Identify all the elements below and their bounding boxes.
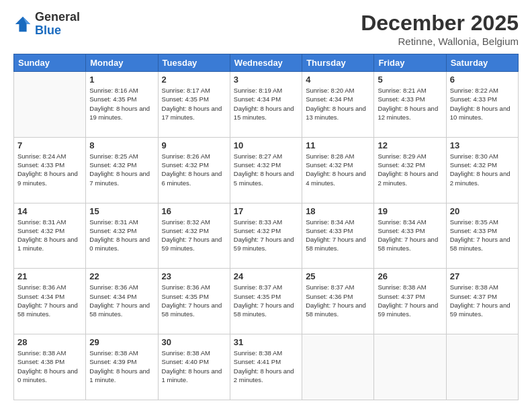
- day-number: 8: [89, 140, 154, 150]
- week-row-2: 14Sunrise: 8:31 AM Sunset: 4:32 PM Dayli…: [14, 203, 519, 269]
- calendar-cell: 5Sunrise: 8:21 AM Sunset: 4:33 PM Daylig…: [374, 72, 446, 138]
- calendar-cell: 16Sunrise: 8:32 AM Sunset: 4:32 PM Dayli…: [158, 203, 230, 269]
- day-info: Sunrise: 8:33 AM Sunset: 4:32 PM Dayligh…: [234, 218, 298, 253]
- day-number: 25: [306, 271, 370, 281]
- header: General Blue December 2025 Retinne, Wall…: [13, 11, 519, 47]
- calendar-cell: 9Sunrise: 8:26 AM Sunset: 4:32 PM Daylig…: [158, 137, 230, 203]
- calendar-cell: 13Sunrise: 8:30 AM Sunset: 4:32 PM Dayli…: [446, 137, 518, 203]
- calendar-cell: 2Sunrise: 8:17 AM Sunset: 4:35 PM Daylig…: [158, 72, 230, 138]
- calendar-cell: 19Sunrise: 8:34 AM Sunset: 4:33 PM Dayli…: [374, 203, 446, 269]
- day-info: Sunrise: 8:21 AM Sunset: 4:33 PM Dayligh…: [378, 86, 442, 122]
- logo-general: General: [35, 11, 80, 24]
- day-number: 12: [378, 140, 442, 150]
- calendar-header: SundayMondayTuesdayWednesdayThursdayFrid…: [14, 54, 519, 72]
- day-info: Sunrise: 8:35 AM Sunset: 4:33 PM Dayligh…: [450, 218, 515, 253]
- day-number: 22: [89, 271, 154, 281]
- page: General Blue December 2025 Retinne, Wall…: [0, 0, 532, 411]
- day-info: Sunrise: 8:16 AM Sunset: 4:35 PM Dayligh…: [89, 86, 154, 122]
- day-number: 9: [162, 140, 226, 150]
- weekday-header-monday: Monday: [86, 54, 158, 72]
- day-number: 1: [89, 75, 154, 85]
- day-number: 5: [378, 75, 442, 85]
- calendar-cell: [374, 334, 446, 400]
- day-info: Sunrise: 8:37 AM Sunset: 4:36 PM Dayligh…: [306, 283, 370, 318]
- weekday-header-sunday: Sunday: [14, 54, 86, 72]
- weekday-header-saturday: Saturday: [446, 54, 518, 72]
- calendar-cell: 21Sunrise: 8:36 AM Sunset: 4:34 PM Dayli…: [14, 269, 86, 334]
- day-info: Sunrise: 8:36 AM Sunset: 4:34 PM Dayligh…: [17, 283, 82, 318]
- calendar-cell: 18Sunrise: 8:34 AM Sunset: 4:33 PM Dayli…: [302, 203, 374, 269]
- day-info: Sunrise: 8:28 AM Sunset: 4:32 PM Dayligh…: [306, 152, 370, 187]
- day-info: Sunrise: 8:38 AM Sunset: 4:37 PM Dayligh…: [378, 283, 442, 318]
- day-number: 3: [234, 75, 298, 85]
- calendar-cell: [14, 72, 86, 138]
- day-number: 13: [450, 140, 515, 150]
- logo-text: General Blue: [35, 11, 80, 38]
- calendar-cell: 3Sunrise: 8:19 AM Sunset: 4:34 PM Daylig…: [230, 72, 302, 138]
- day-number: 30: [162, 337, 226, 347]
- day-info: Sunrise: 8:32 AM Sunset: 4:32 PM Dayligh…: [162, 218, 226, 253]
- calendar-cell: 17Sunrise: 8:33 AM Sunset: 4:32 PM Dayli…: [230, 203, 302, 269]
- day-number: 28: [17, 337, 82, 347]
- calendar-cell: 28Sunrise: 8:38 AM Sunset: 4:38 PM Dayli…: [14, 334, 86, 400]
- day-number: 21: [17, 271, 82, 281]
- day-number: 10: [234, 140, 298, 150]
- day-info: Sunrise: 8:26 AM Sunset: 4:32 PM Dayligh…: [162, 152, 226, 187]
- logo-icon: [13, 15, 32, 34]
- day-info: Sunrise: 8:38 AM Sunset: 4:37 PM Dayligh…: [450, 283, 515, 318]
- calendar-cell: 10Sunrise: 8:27 AM Sunset: 4:32 PM Dayli…: [230, 137, 302, 203]
- day-number: 18: [306, 206, 370, 216]
- day-info: Sunrise: 8:38 AM Sunset: 4:41 PM Dayligh…: [234, 349, 298, 384]
- day-number: 29: [89, 337, 154, 347]
- day-info: Sunrise: 8:30 AM Sunset: 4:32 PM Dayligh…: [450, 152, 515, 187]
- calendar-cell: 1Sunrise: 8:16 AM Sunset: 4:35 PM Daylig…: [86, 72, 158, 138]
- calendar-cell: [302, 334, 374, 400]
- day-number: 14: [17, 206, 82, 216]
- day-number: 23: [162, 271, 226, 281]
- calendar-cell: 15Sunrise: 8:31 AM Sunset: 4:32 PM Dayli…: [86, 203, 158, 269]
- day-number: 6: [450, 75, 515, 85]
- calendar-cell: 24Sunrise: 8:37 AM Sunset: 4:35 PM Dayli…: [230, 269, 302, 334]
- calendar: SundayMondayTuesdayWednesdayThursdayFrid…: [13, 54, 519, 400]
- day-info: Sunrise: 8:27 AM Sunset: 4:32 PM Dayligh…: [234, 152, 298, 187]
- calendar-cell: 23Sunrise: 8:36 AM Sunset: 4:35 PM Dayli…: [158, 269, 230, 334]
- day-number: 27: [450, 271, 515, 281]
- calendar-cell: 31Sunrise: 8:38 AM Sunset: 4:41 PM Dayli…: [230, 334, 302, 400]
- day-info: Sunrise: 8:34 AM Sunset: 4:33 PM Dayligh…: [378, 218, 442, 253]
- day-info: Sunrise: 8:38 AM Sunset: 4:40 PM Dayligh…: [162, 349, 226, 384]
- calendar-cell: 20Sunrise: 8:35 AM Sunset: 4:33 PM Dayli…: [446, 203, 518, 269]
- day-number: 16: [162, 206, 226, 216]
- day-info: Sunrise: 8:31 AM Sunset: 4:32 PM Dayligh…: [89, 218, 154, 253]
- week-row-1: 7Sunrise: 8:24 AM Sunset: 4:33 PM Daylig…: [14, 137, 519, 203]
- calendar-cell: 22Sunrise: 8:36 AM Sunset: 4:34 PM Dayli…: [86, 269, 158, 334]
- title-block: December 2025 Retinne, Wallonia, Belgium: [361, 11, 519, 47]
- day-number: 2: [162, 75, 226, 85]
- weekday-header-tuesday: Tuesday: [158, 54, 230, 72]
- calendar-cell: [446, 334, 518, 400]
- day-info: Sunrise: 8:36 AM Sunset: 4:34 PM Dayligh…: [89, 283, 154, 318]
- day-number: 31: [234, 337, 298, 347]
- weekday-header-wednesday: Wednesday: [230, 54, 302, 72]
- day-number: 17: [234, 206, 298, 216]
- day-info: Sunrise: 8:34 AM Sunset: 4:33 PM Dayligh…: [306, 218, 370, 253]
- day-info: Sunrise: 8:24 AM Sunset: 4:33 PM Dayligh…: [17, 152, 82, 187]
- day-number: 20: [450, 206, 515, 216]
- day-info: Sunrise: 8:19 AM Sunset: 4:34 PM Dayligh…: [234, 86, 298, 122]
- week-row-4: 28Sunrise: 8:38 AM Sunset: 4:38 PM Dayli…: [14, 334, 519, 400]
- day-number: 7: [17, 140, 82, 150]
- calendar-cell: 27Sunrise: 8:38 AM Sunset: 4:37 PM Dayli…: [446, 269, 518, 334]
- calendar-cell: 25Sunrise: 8:37 AM Sunset: 4:36 PM Dayli…: [302, 269, 374, 334]
- day-info: Sunrise: 8:25 AM Sunset: 4:32 PM Dayligh…: [89, 152, 154, 187]
- calendar-cell: 30Sunrise: 8:38 AM Sunset: 4:40 PM Dayli…: [158, 334, 230, 400]
- day-info: Sunrise: 8:22 AM Sunset: 4:33 PM Dayligh…: [450, 86, 515, 122]
- day-number: 19: [378, 206, 442, 216]
- day-info: Sunrise: 8:36 AM Sunset: 4:35 PM Dayligh…: [162, 283, 226, 318]
- calendar-body: 1Sunrise: 8:16 AM Sunset: 4:35 PM Daylig…: [14, 72, 519, 400]
- week-row-0: 1Sunrise: 8:16 AM Sunset: 4:35 PM Daylig…: [14, 72, 519, 138]
- day-number: 26: [378, 271, 442, 281]
- calendar-cell: 7Sunrise: 8:24 AM Sunset: 4:33 PM Daylig…: [14, 137, 86, 203]
- day-number: 4: [306, 75, 370, 85]
- day-number: 24: [234, 271, 298, 281]
- day-info: Sunrise: 8:38 AM Sunset: 4:38 PM Dayligh…: [17, 349, 82, 384]
- day-info: Sunrise: 8:29 AM Sunset: 4:32 PM Dayligh…: [378, 152, 442, 187]
